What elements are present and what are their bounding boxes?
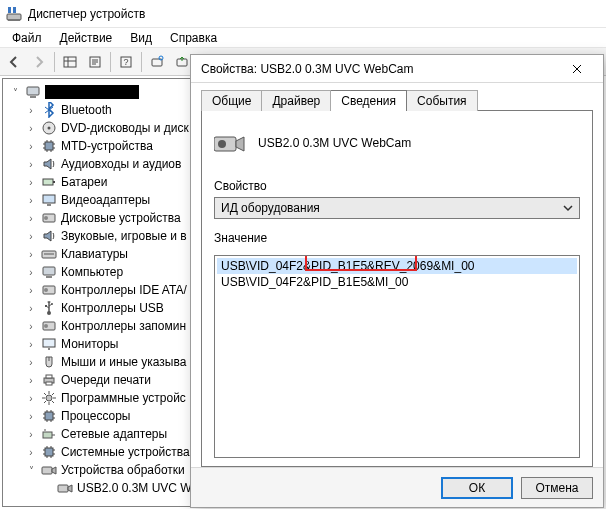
- tree-item-label: Видеоадаптеры: [61, 193, 150, 207]
- computer-icon: [25, 84, 41, 100]
- svg-rect-32: [43, 179, 53, 185]
- webcam-icon: [214, 129, 246, 157]
- svg-point-49: [44, 324, 48, 328]
- expand-icon[interactable]: ›: [25, 140, 37, 152]
- svg-point-22: [48, 127, 51, 130]
- category-icon: [41, 444, 57, 460]
- toolbar-properties-button[interactable]: [83, 51, 107, 73]
- device-name-label: USB2.0 0.3M UVC WebCam: [258, 136, 411, 150]
- expand-icon[interactable]: ›: [25, 266, 37, 278]
- category-icon: [41, 102, 57, 118]
- menu-view[interactable]: Вид: [122, 29, 160, 47]
- category-icon: [41, 282, 57, 298]
- cancel-button[interactable]: Отмена: [521, 477, 593, 499]
- svg-line-61: [44, 393, 46, 395]
- svg-rect-47: [45, 305, 47, 307]
- expand-icon[interactable]: ›: [25, 104, 37, 116]
- tree-item-label: MTD-устройства: [61, 139, 153, 153]
- tabs: Общие Драйвер Сведения События: [201, 89, 593, 110]
- properties-dialog: Свойства: USB2.0 0.3M UVC WebCam Общие Д…: [190, 54, 604, 508]
- app-icon: [6, 6, 22, 22]
- svg-point-46: [51, 303, 53, 305]
- expand-icon[interactable]: ›: [25, 248, 37, 260]
- toolbar-back-button[interactable]: [2, 51, 26, 73]
- svg-text:?: ?: [123, 57, 128, 67]
- dialog-button-row: ОК Отмена: [191, 467, 603, 507]
- toolbar-scan-button[interactable]: [145, 51, 169, 73]
- tab-general[interactable]: Общие: [201, 90, 262, 111]
- category-icon: [41, 372, 57, 388]
- tree-item-label: Мыши и иные указыва: [61, 355, 186, 369]
- ok-button[interactable]: ОК: [441, 477, 513, 499]
- expand-icon[interactable]: ›: [25, 158, 37, 170]
- tree-item-label: Дисковые устройства: [61, 211, 181, 225]
- menu-help[interactable]: Справка: [162, 29, 225, 47]
- tree-item-label: Звуковые, игровые и в: [61, 229, 187, 243]
- expand-icon[interactable]: ›: [25, 356, 37, 368]
- value-listbox[interactable]: USB\VID_04F2&PID_B1E5&REV_2069&MI_00 USB…: [214, 255, 580, 458]
- category-icon: [41, 408, 57, 424]
- svg-rect-65: [45, 412, 53, 420]
- value-row[interactable]: USB\VID_04F2&PID_B1E5&REV_2069&MI_00: [217, 258, 577, 274]
- tree-item-label: Контроллеры запомин: [61, 319, 186, 333]
- expand-icon[interactable]: ˅: [9, 86, 21, 98]
- tree-root-label: [45, 85, 139, 99]
- expand-icon[interactable]: ›: [25, 320, 37, 332]
- category-icon: [41, 300, 57, 316]
- svg-rect-35: [47, 204, 51, 206]
- expand-icon[interactable]: ›: [25, 392, 37, 404]
- dialog-title: Свойства: USB2.0 0.3M UVC WebCam: [201, 62, 557, 76]
- property-combo[interactable]: ИД оборудования: [214, 197, 580, 219]
- category-icon: [41, 336, 57, 352]
- svg-rect-77: [45, 448, 53, 456]
- tree-item-label: Контроллеры IDE ATA/: [61, 283, 187, 297]
- category-icon: [41, 426, 57, 442]
- property-combo-value: ИД оборудования: [221, 201, 320, 215]
- value-row[interactable]: USB\VID_04F2&PID_B1E5&MI_00: [217, 274, 577, 290]
- tab-events[interactable]: События: [407, 90, 478, 111]
- expand-icon[interactable]: ›: [25, 122, 37, 134]
- svg-point-56: [46, 395, 52, 401]
- expand-icon[interactable]: ›: [25, 284, 37, 296]
- expand-icon[interactable]: ›: [25, 428, 37, 440]
- collapse-icon[interactable]: ˅: [25, 464, 37, 476]
- dialog-caption[interactable]: Свойства: USB2.0 0.3M UVC WebCam: [191, 55, 603, 83]
- tab-details[interactable]: Сведения: [331, 90, 407, 111]
- category-icon: [41, 390, 57, 406]
- menu-action[interactable]: Действие: [52, 29, 121, 47]
- svg-rect-0: [8, 7, 11, 13]
- tree-item-label: Сетевые адаптеры: [61, 427, 167, 441]
- svg-point-37: [44, 216, 48, 220]
- expand-icon[interactable]: ›: [25, 374, 37, 386]
- tree-item-label: Bluetooth: [61, 103, 112, 117]
- chevron-down-icon: [559, 199, 577, 217]
- menu-file[interactable]: Файл: [4, 29, 50, 47]
- tree-item-label: Компьютер: [61, 265, 123, 279]
- expand-icon[interactable]: ›: [25, 410, 37, 422]
- expand-icon[interactable]: ›: [25, 194, 37, 206]
- tab-driver[interactable]: Драйвер: [262, 90, 331, 111]
- expand-icon[interactable]: ›: [25, 338, 37, 350]
- toolbar-forward-button[interactable]: [27, 51, 51, 73]
- svg-rect-40: [43, 267, 55, 275]
- svg-rect-55: [46, 382, 52, 385]
- expand-icon[interactable]: ›: [25, 230, 37, 242]
- toolbar-separator: [54, 52, 55, 72]
- expand-icon[interactable]: ›: [25, 176, 37, 188]
- expand-icon[interactable]: ›: [25, 302, 37, 314]
- category-icon: [41, 174, 57, 190]
- tree-item-label: USB2.0 0.3M UVC W: [77, 481, 192, 495]
- category-icon: [41, 120, 57, 136]
- menubar: Файл Действие Вид Справка: [0, 28, 606, 48]
- expand-icon[interactable]: ›: [25, 212, 37, 224]
- tab-panel-details: USB2.0 0.3M UVC WebCam Свойство ИД обору…: [201, 110, 593, 467]
- expand-icon[interactable]: ›: [25, 446, 37, 458]
- category-icon: [41, 156, 57, 172]
- close-icon: [572, 64, 582, 74]
- svg-rect-54: [46, 375, 52, 378]
- category-icon: [41, 246, 57, 262]
- toolbar-help-button[interactable]: ?: [114, 51, 138, 73]
- window-title: Диспетчер устройств: [28, 7, 145, 21]
- toolbar-show-hidden-button[interactable]: [58, 51, 82, 73]
- close-button[interactable]: [557, 57, 597, 81]
